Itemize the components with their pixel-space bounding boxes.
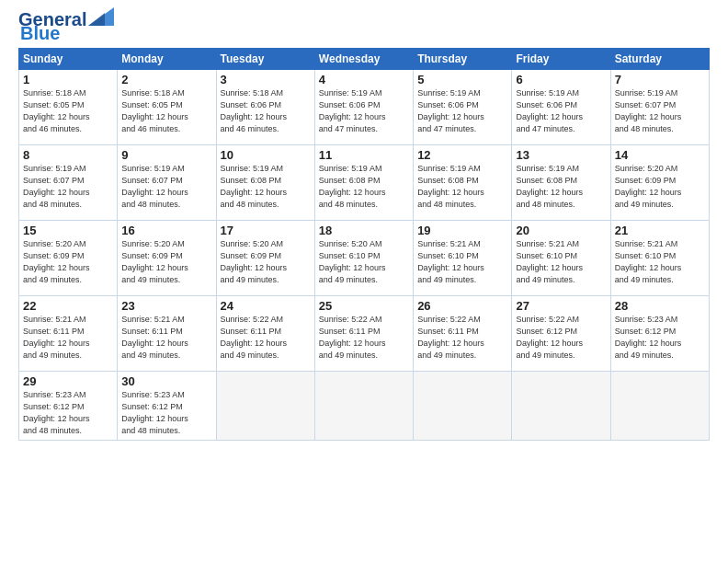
- day-info: Sunrise: 5:20 AMSunset: 6:09 PMDaylight:…: [23, 238, 113, 286]
- calendar-cell: 7Sunrise: 5:19 AMSunset: 6:07 PMDaylight…: [610, 70, 709, 145]
- calendar-cell: [314, 372, 413, 441]
- calendar-header-monday: Monday: [118, 49, 216, 70]
- day-info: Sunrise: 5:21 AMSunset: 6:10 PMDaylight:…: [615, 238, 705, 286]
- logo-wing-icon: [88, 7, 114, 26]
- day-number: 17: [221, 224, 311, 237]
- day-number: 23: [121, 299, 211, 313]
- calendar-cell: 18Sunrise: 5:20 AMSunset: 6:10 PMDayligh…: [314, 221, 413, 296]
- day-info: Sunrise: 5:21 AMSunset: 6:11 PMDaylight:…: [121, 314, 211, 362]
- calendar-week-row: 8Sunrise: 5:19 AMSunset: 6:07 PMDaylight…: [19, 145, 710, 221]
- day-number: 20: [516, 224, 606, 237]
- day-number: 11: [319, 148, 409, 162]
- day-info: Sunrise: 5:19 AMSunset: 6:06 PMDaylight:…: [319, 87, 409, 135]
- calendar-cell: 9Sunrise: 5:19 AMSunset: 6:07 PMDaylight…: [118, 145, 216, 221]
- logo: General Blue: [18, 9, 114, 44]
- calendar-cell: 25Sunrise: 5:22 AMSunset: 6:11 PMDayligh…: [314, 296, 413, 372]
- day-info: Sunrise: 5:19 AMSunset: 6:07 PMDaylight:…: [615, 87, 705, 135]
- calendar-cell: 14Sunrise: 5:20 AMSunset: 6:09 PMDayligh…: [610, 145, 709, 221]
- calendar-cell: 28Sunrise: 5:23 AMSunset: 6:12 PMDayligh…: [610, 296, 709, 372]
- calendar-cell: 15Sunrise: 5:20 AMSunset: 6:09 PMDayligh…: [19, 221, 118, 296]
- calendar-cell: 13Sunrise: 5:19 AMSunset: 6:08 PMDayligh…: [512, 145, 610, 221]
- calendar-cell: 12Sunrise: 5:19 AMSunset: 6:08 PMDayligh…: [414, 145, 512, 221]
- day-number: 12: [417, 148, 507, 162]
- day-info: Sunrise: 5:19 AMSunset: 6:07 PMDaylight:…: [23, 163, 113, 211]
- day-number: 27: [516, 299, 606, 313]
- day-info: Sunrise: 5:19 AMSunset: 6:08 PMDaylight:…: [516, 163, 606, 211]
- calendar-week-row: 15Sunrise: 5:20 AMSunset: 6:09 PMDayligh…: [19, 221, 710, 296]
- day-number: 22: [23, 299, 113, 313]
- calendar-cell: 17Sunrise: 5:20 AMSunset: 6:09 PMDayligh…: [216, 221, 314, 296]
- day-number: 26: [417, 299, 507, 313]
- calendar-cell: 8Sunrise: 5:19 AMSunset: 6:07 PMDaylight…: [19, 145, 118, 221]
- page: General Blue SundayMondayTuesdayWednesda…: [0, 0, 728, 563]
- calendar-cell: 5Sunrise: 5:19 AMSunset: 6:06 PMDaylight…: [414, 70, 512, 145]
- day-number: 15: [23, 224, 113, 237]
- day-number: 10: [221, 148, 311, 162]
- day-number: 2: [121, 73, 211, 86]
- day-info: Sunrise: 5:18 AMSunset: 6:05 PMDaylight:…: [23, 87, 113, 135]
- day-info: Sunrise: 5:20 AMSunset: 6:10 PMDaylight:…: [319, 238, 409, 286]
- header: General Blue: [18, 9, 710, 44]
- day-info: Sunrise: 5:21 AMSunset: 6:10 PMDaylight:…: [417, 238, 507, 286]
- day-number: 13: [516, 148, 606, 162]
- day-number: 14: [615, 148, 705, 162]
- calendar: SundayMondayTuesdayWednesdayThursdayFrid…: [18, 48, 710, 441]
- day-number: 8: [23, 148, 113, 162]
- day-number: 30: [121, 374, 211, 388]
- calendar-cell: 24Sunrise: 5:22 AMSunset: 6:11 PMDayligh…: [216, 296, 314, 372]
- day-info: Sunrise: 5:19 AMSunset: 6:06 PMDaylight:…: [516, 87, 606, 135]
- calendar-cell: 23Sunrise: 5:21 AMSunset: 6:11 PMDayligh…: [118, 296, 216, 372]
- calendar-cell: 26Sunrise: 5:22 AMSunset: 6:11 PMDayligh…: [414, 296, 512, 372]
- calendar-cell: 1Sunrise: 5:18 AMSunset: 6:05 PMDaylight…: [19, 70, 118, 145]
- day-number: 19: [417, 224, 507, 237]
- calendar-cell: 20Sunrise: 5:21 AMSunset: 6:10 PMDayligh…: [512, 221, 610, 296]
- day-info: Sunrise: 5:20 AMSunset: 6:09 PMDaylight:…: [121, 238, 211, 286]
- day-number: 4: [319, 73, 409, 86]
- day-info: Sunrise: 5:22 AMSunset: 6:11 PMDaylight:…: [417, 314, 507, 362]
- calendar-cell: 11Sunrise: 5:19 AMSunset: 6:08 PMDayligh…: [314, 145, 413, 221]
- calendar-cell: 22Sunrise: 5:21 AMSunset: 6:11 PMDayligh…: [19, 296, 118, 372]
- day-info: Sunrise: 5:23 AMSunset: 6:12 PMDaylight:…: [23, 389, 113, 437]
- day-info: Sunrise: 5:19 AMSunset: 6:07 PMDaylight:…: [121, 163, 211, 211]
- calendar-cell: [216, 372, 314, 441]
- calendar-header-saturday: Saturday: [610, 49, 709, 70]
- calendar-cell: 16Sunrise: 5:20 AMSunset: 6:09 PMDayligh…: [118, 221, 216, 296]
- calendar-cell: 21Sunrise: 5:21 AMSunset: 6:10 PMDayligh…: [610, 221, 709, 296]
- calendar-cell: 19Sunrise: 5:21 AMSunset: 6:10 PMDayligh…: [414, 221, 512, 296]
- day-info: Sunrise: 5:23 AMSunset: 6:12 PMDaylight:…: [615, 314, 705, 362]
- day-info: Sunrise: 5:22 AMSunset: 6:12 PMDaylight:…: [516, 314, 606, 362]
- calendar-cell: 10Sunrise: 5:19 AMSunset: 6:08 PMDayligh…: [216, 145, 314, 221]
- calendar-cell: 2Sunrise: 5:18 AMSunset: 6:05 PMDaylight…: [118, 70, 216, 145]
- day-info: Sunrise: 5:23 AMSunset: 6:12 PMDaylight:…: [121, 389, 211, 437]
- day-info: Sunrise: 5:19 AMSunset: 6:08 PMDaylight:…: [319, 163, 409, 211]
- logo-blue: Blue: [20, 23, 60, 44]
- day-number: 5: [417, 73, 507, 86]
- calendar-cell: [512, 372, 610, 441]
- calendar-cell: 4Sunrise: 5:19 AMSunset: 6:06 PMDaylight…: [314, 70, 413, 145]
- calendar-week-row: 1Sunrise: 5:18 AMSunset: 6:05 PMDaylight…: [19, 70, 710, 145]
- calendar-cell: 27Sunrise: 5:22 AMSunset: 6:12 PMDayligh…: [512, 296, 610, 372]
- day-number: 28: [615, 299, 705, 313]
- day-info: Sunrise: 5:19 AMSunset: 6:08 PMDaylight:…: [417, 163, 507, 211]
- calendar-header-row: SundayMondayTuesdayWednesdayThursdayFrid…: [19, 49, 710, 70]
- day-info: Sunrise: 5:18 AMSunset: 6:05 PMDaylight:…: [121, 87, 211, 135]
- calendar-header-wednesday: Wednesday: [314, 49, 413, 70]
- day-info: Sunrise: 5:21 AMSunset: 6:10 PMDaylight:…: [516, 238, 606, 286]
- day-number: 18: [319, 224, 409, 237]
- day-info: Sunrise: 5:22 AMSunset: 6:11 PMDaylight:…: [221, 314, 311, 362]
- day-number: 7: [615, 73, 705, 86]
- day-number: 9: [121, 148, 211, 162]
- calendar-header-friday: Friday: [512, 49, 610, 70]
- day-number: 6: [516, 73, 606, 86]
- calendar-cell: 30Sunrise: 5:23 AMSunset: 6:12 PMDayligh…: [118, 372, 216, 441]
- calendar-cell: 3Sunrise: 5:18 AMSunset: 6:06 PMDaylight…: [216, 70, 314, 145]
- day-number: 21: [615, 224, 705, 237]
- calendar-cell: [414, 372, 512, 441]
- day-info: Sunrise: 5:22 AMSunset: 6:11 PMDaylight:…: [319, 314, 409, 362]
- day-info: Sunrise: 5:20 AMSunset: 6:09 PMDaylight:…: [615, 163, 705, 211]
- day-info: Sunrise: 5:21 AMSunset: 6:11 PMDaylight:…: [23, 314, 113, 362]
- day-number: 24: [221, 299, 311, 313]
- day-info: Sunrise: 5:19 AMSunset: 6:08 PMDaylight:…: [221, 163, 311, 211]
- day-number: 3: [221, 73, 311, 86]
- calendar-header-tuesday: Tuesday: [216, 49, 314, 70]
